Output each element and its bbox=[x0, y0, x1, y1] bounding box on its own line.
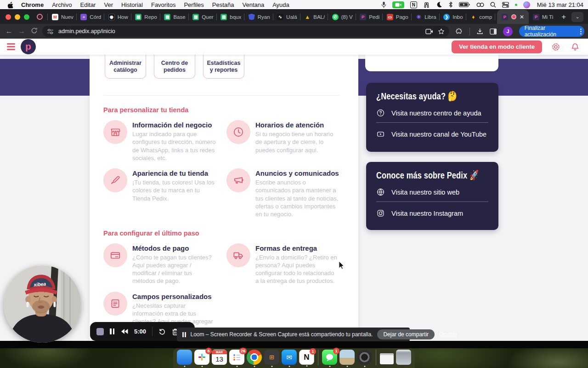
apple-menu-icon[interactable] bbox=[7, 1, 13, 8]
menu-ayuda[interactable]: Ayuda bbox=[268, 1, 294, 8]
dock-calculator[interactable]: ⊞ bbox=[264, 350, 279, 365]
close-window-button[interactable] bbox=[6, 14, 11, 20]
back-button[interactable]: ← bbox=[3, 27, 15, 35]
dock-chrome[interactable] bbox=[247, 350, 262, 365]
tab-ryan[interactable]: Ryan bbox=[244, 10, 273, 24]
tab-list: MNuev≡Córd◉How▦Repo▦Base▦Quer▦bquxRyan∿U… bbox=[48, 10, 495, 24]
tab-active-pedix[interactable]: P ✕ bbox=[497, 10, 529, 24]
link-visita-nuestro-canal-de-youtube[interactable]: Visita nuestro canal de YouTube bbox=[376, 130, 488, 138]
tab-inbo[interactable]: ❯Inbo bbox=[439, 10, 465, 24]
tab-mi-tienda[interactable]: P Mi Ti bbox=[529, 10, 556, 24]
link-visita-nuestro-sitio-web[interactable]: Visita nuestro sitio web bbox=[376, 188, 488, 196]
tab-pedi[interactable]: PPedi bbox=[356, 10, 382, 24]
tab-bqux[interactable]: ▦bqux bbox=[216, 10, 244, 24]
tab-estadisticas-reportes[interactable]: Estadísticas y reportes bbox=[203, 55, 244, 79]
notion-menubar-icon[interactable]: N bbox=[410, 1, 417, 8]
url-text[interactable]: admin.pedix.app/inicio bbox=[58, 28, 421, 34]
tab-comp[interactable]: ♦comp bbox=[466, 10, 495, 24]
dock-photo-preview[interactable] bbox=[339, 350, 355, 365]
hide-share-bar-link[interactable]: Ocultar bbox=[439, 331, 457, 338]
tab-pago[interactable]: ▭Pago bbox=[383, 10, 411, 24]
loom-stop-button[interactable] bbox=[96, 328, 104, 335]
dock-minimized-window[interactable] bbox=[380, 353, 394, 364]
profile-avatar[interactable]: J bbox=[503, 27, 512, 36]
tab-ual[interactable]: ∿Ualá bbox=[273, 10, 300, 24]
feature-formas-de-entrega[interactable]: Formas de entrega¿Envío a domicilio? ¿Re… bbox=[226, 243, 339, 285]
tab-administrar-catalogo[interactable]: Administrar catálogo bbox=[105, 55, 146, 79]
downloads-icon[interactable] bbox=[476, 28, 483, 35]
tab-capture-icon[interactable] bbox=[425, 29, 433, 34]
side-panel-icon[interactable] bbox=[490, 28, 497, 35]
menu-pestaña[interactable]: Pestaña bbox=[208, 1, 238, 8]
view-store-button[interactable]: Ver tienda en modo cliente bbox=[452, 40, 542, 53]
tab-centro-de-pedidos[interactable]: Centro de pedidos bbox=[154, 55, 195, 79]
link-visita-nuestro-instagram[interactable]: Visita nuestro Instagram bbox=[376, 209, 488, 218]
airpods-icon[interactable] bbox=[423, 2, 430, 8]
tab-crd[interactable]: ≡Córd bbox=[76, 10, 104, 24]
tab-search-chevron[interactable]: ⌄ bbox=[571, 12, 583, 22]
link-visita-nuestro-centro-de-ayuda[interactable]: Visita nuestro centro de ayuda bbox=[376, 109, 488, 117]
close-tab-icon[interactable]: ✕ bbox=[520, 14, 524, 20]
reload-button[interactable] bbox=[28, 27, 40, 36]
menu-ventana[interactable]: Ventana bbox=[238, 1, 268, 8]
stop-sharing-button[interactable]: Dejar de compartir bbox=[377, 329, 435, 339]
tab-nuev[interactable]: MNuev bbox=[48, 10, 76, 24]
tab-base[interactable]: ▦Base bbox=[160, 10, 188, 24]
bookmark-star-icon[interactable] bbox=[438, 28, 445, 35]
zoom-window-button[interactable] bbox=[24, 14, 29, 20]
feature-apariencia-de-tu-tienda[interactable]: Apariencia de tu tienda¡Tu tienda, tus c… bbox=[103, 168, 216, 218]
webcam-overlay[interactable]: xibea bbox=[4, 265, 81, 343]
dock-trash[interactable] bbox=[396, 350, 411, 365]
pause-share-icon[interactable] bbox=[182, 332, 186, 337]
tab-bal[interactable]: ▲BAL/ bbox=[300, 10, 328, 24]
tab-8v[interactable]: ✆(8) V bbox=[328, 10, 356, 24]
omnibox[interactable]: admin.pedix.app/inicio bbox=[42, 26, 449, 37]
loom-pause-button[interactable] bbox=[110, 328, 114, 334]
menu-favoritos[interactable]: Favoritos bbox=[147, 1, 180, 8]
forward-button[interactable]: → bbox=[15, 27, 28, 35]
tab-libra[interactable]: ✳Libra bbox=[411, 10, 439, 24]
control-center-icon[interactable] bbox=[502, 2, 509, 8]
tab-how[interactable]: ◉How bbox=[104, 10, 131, 24]
update-chrome-button[interactable]: Finalizar actualización bbox=[519, 26, 584, 37]
chrome-menu-icon[interactable] bbox=[580, 29, 582, 34]
pedix-logo[interactable]: p bbox=[21, 39, 36, 54]
dock-messages[interactable]: 1 bbox=[322, 350, 337, 365]
menu-archivo[interactable]: Archivo bbox=[48, 1, 76, 8]
menu-chrome[interactable]: Chrome bbox=[17, 1, 48, 8]
menubar-clock[interactable]: Mié 13 mar 21:04 bbox=[537, 1, 583, 8]
notifications-bell-icon[interactable] bbox=[570, 41, 581, 52]
siri-icon[interactable] bbox=[523, 1, 530, 8]
dock-reminders[interactable]: 26 bbox=[229, 350, 244, 365]
hamburger-menu-icon[interactable] bbox=[7, 43, 15, 50]
site-settings-icon[interactable] bbox=[47, 29, 54, 34]
screen-recording-indicator[interactable] bbox=[392, 1, 404, 8]
menu-historial[interactable]: Historial bbox=[117, 1, 147, 8]
dock-calendar[interactable]: MAR13 bbox=[212, 350, 227, 365]
menu-editar[interactable]: Editar bbox=[76, 1, 100, 8]
microphone-icon[interactable] bbox=[381, 1, 386, 8]
feature-informaci-n-del-negocio[interactable]: Información del negocioLugar indicado pa… bbox=[103, 120, 216, 162]
menu-ver[interactable]: Ver bbox=[100, 1, 117, 8]
tab-repo[interactable]: ▦Repo bbox=[131, 10, 160, 24]
bluetooth-icon[interactable] bbox=[448, 1, 453, 8]
menu-perfiles[interactable]: Perfiles bbox=[180, 1, 208, 8]
feature-m-todos-de-pago[interactable]: Métodos de pago¿Cómo te pagan tus client… bbox=[103, 243, 216, 285]
loom-restart-icon[interactable] bbox=[158, 328, 166, 335]
minimize-window-button[interactable] bbox=[15, 14, 20, 20]
settings-gear-icon[interactable] bbox=[550, 41, 561, 52]
dock-system-settings[interactable] bbox=[357, 350, 372, 365]
dock-finder[interactable] bbox=[177, 350, 192, 365]
new-tab-button[interactable]: + bbox=[556, 12, 571, 22]
loom-link-icon[interactable] bbox=[476, 2, 484, 7]
dock-slack[interactable]: 6 bbox=[194, 350, 209, 365]
extensions-icon[interactable] bbox=[456, 28, 463, 35]
loom-rewind-icon[interactable] bbox=[120, 328, 128, 334]
dock-notion[interactable]: N1 bbox=[299, 350, 314, 365]
spotlight-icon[interactable] bbox=[490, 2, 496, 8]
tab-quer[interactable]: ▦Quer bbox=[188, 10, 216, 24]
feature-horarios-de-atenci-n[interactable]: Horarios de atenciónSi tu negocio tiene … bbox=[226, 120, 339, 162]
feature-anuncios-y-comunicados[interactable]: Anuncios y comunicadosEscribe anuncios o… bbox=[226, 168, 339, 218]
dock-mail[interactable]: ✉ bbox=[282, 350, 297, 365]
focus-moon-icon[interactable] bbox=[436, 1, 442, 8]
